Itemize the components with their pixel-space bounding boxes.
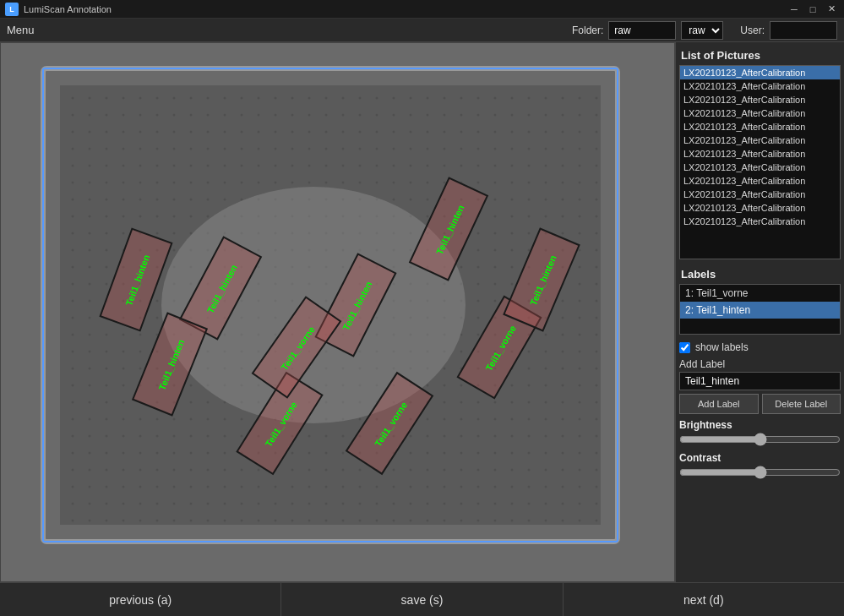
next-button[interactable]: next (d)	[564, 583, 844, 616]
picture-item[interactable]: LX20210123_AfterCalibration	[680, 106, 840, 120]
maximize-button[interactable]: □	[805, 3, 820, 16]
right-panel: List of Pictures LX20210123_AfterCalibra…	[675, 42, 844, 582]
previous-button[interactable]: previous (a)	[0, 583, 281, 616]
user-input[interactable]	[770, 21, 837, 40]
label-item[interactable]: 2: Teil1_hinten	[680, 302, 840, 319]
menu-item-menu[interactable]: Menu	[7, 24, 35, 36]
bottom-bar: previous (a) save (s) next (d)	[0, 582, 844, 616]
contrast-section: Contrast	[679, 452, 841, 482]
user-label: User:	[740, 25, 765, 36]
picture-item[interactable]: LX20210123_AfterCalibration	[680, 93, 840, 106]
main-content: Teil1_hinten Teil1_hinten Teil1_vorne Te…	[0, 42, 844, 582]
picture-item[interactable]: LX20210123_AfterCalibration	[680, 147, 840, 161]
app-icon: L	[5, 3, 19, 16]
picture-item[interactable]: LX20210123_AfterCalibration	[680, 201, 840, 215]
window-controls: ─ □ ✕	[787, 3, 839, 16]
image-area[interactable]: Teil1_hinten Teil1_hinten Teil1_vorne Te…	[0, 42, 675, 582]
picture-item[interactable]: LX20210123_AfterCalibration	[680, 188, 840, 201]
label-item[interactable]: 1: Teil1_vorne	[680, 285, 840, 302]
menubar: Menu Folder: raw User:	[0, 19, 844, 42]
picture-item[interactable]: LX20210123_AfterCalibration	[680, 66, 840, 79]
picture-item[interactable]: LX20210123_AfterCalibration	[680, 174, 840, 188]
folder-input[interactable]	[608, 21, 676, 40]
contrast-label: Contrast	[679, 452, 841, 464]
labels-list[interactable]: 1: Teil1_vorne2: Teil1_hinten	[679, 284, 841, 335]
folder-section: Folder: raw	[572, 21, 723, 40]
titlebar: L LumiScan Annotation ─ □ ✕	[0, 0, 844, 19]
picture-item[interactable]: LX20210123_AfterCalibration	[680, 120, 840, 134]
picture-list-container[interactable]: LX20210123_AfterCalibrationLX20210123_Af…	[679, 65, 841, 259]
label-buttons: Add Label Delete Label	[679, 394, 841, 414]
picture-item[interactable]: LX20210123_AfterCalibration	[680, 161, 840, 174]
show-labels-row: show labels	[679, 341, 841, 353]
pictures-title: List of Pictures	[681, 49, 839, 62]
show-labels-label[interactable]: show labels	[695, 341, 749, 353]
contrast-slider[interactable]	[679, 466, 841, 479]
label-input[interactable]	[679, 372, 841, 390]
labels-title: Labels	[681, 268, 839, 281]
folder-label: Folder:	[572, 25, 603, 36]
brightness-slider[interactable]	[679, 433, 841, 446]
labels-section: Labels 1: Teil1_vorne2: Teil1_hinten	[679, 264, 841, 338]
annotation-canvas[interactable]: Teil1_hinten Teil1_hinten Teil1_vorne Te…	[1, 43, 674, 581]
app-icon-text: L	[9, 5, 14, 14]
app-title: LumiScan Annotation	[24, 4, 787, 14]
picture-item[interactable]: LX20210123_AfterCalibration	[680, 215, 840, 228]
close-button[interactable]: ✕	[824, 3, 839, 16]
brightness-label: Brightness	[679, 419, 841, 431]
canvas-container: Teil1_hinten Teil1_hinten Teil1_vorne Te…	[1, 43, 674, 581]
add-label-title: Add Label	[679, 358, 841, 370]
picture-item[interactable]: LX20210123_AfterCalibration	[680, 79, 840, 93]
picture-item[interactable]: LX20210123_AfterCalibration	[680, 134, 840, 147]
add-label-button[interactable]: Add Label	[679, 394, 759, 414]
user-section: User:	[740, 21, 837, 40]
add-label-section: Add Label Add Label Delete Label	[679, 358, 841, 414]
folder-dropdown[interactable]: raw	[681, 21, 723, 40]
brightness-section: Brightness	[679, 419, 841, 449]
show-labels-checkbox[interactable]	[679, 342, 690, 353]
save-button[interactable]: save (s)	[281, 583, 563, 616]
minimize-button[interactable]: ─	[787, 3, 802, 16]
delete-label-button[interactable]: Delete Label	[762, 394, 841, 414]
